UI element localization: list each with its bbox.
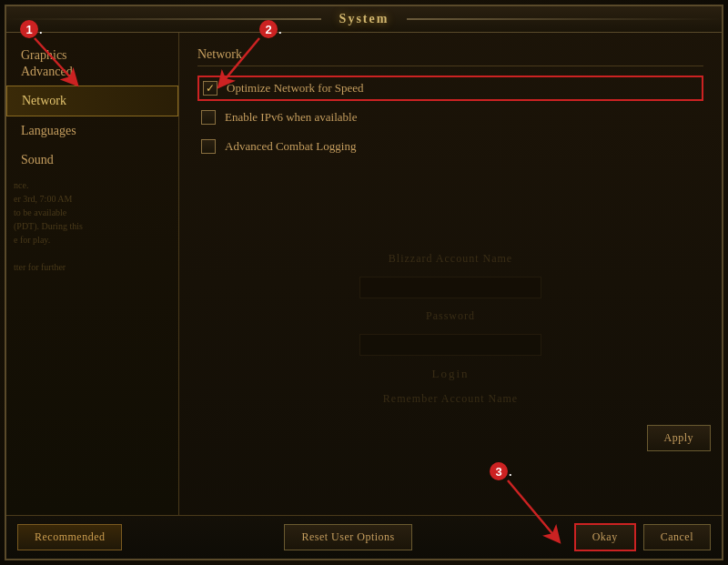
okay-button[interactable]: Okay xyxy=(574,523,636,551)
sidebar-item-network[interactable]: Network xyxy=(6,86,178,116)
dialog-title: System xyxy=(321,10,408,28)
sidebar-bg-text: nce.er 3rd, 7:00 AMto be available(PDT).… xyxy=(6,175,178,277)
checkbox-optimize-network[interactable] xyxy=(203,81,217,96)
option-label-optimize-network: Optimize Network for Speed xyxy=(227,81,364,96)
sidebar-item-languages-label: Languages xyxy=(21,124,76,137)
sidebar-item-languages[interactable]: Languages xyxy=(6,116,178,146)
system-dialog: System GraphicsAdvanced Network Language… xyxy=(5,5,723,560)
account-name-input[interactable] xyxy=(359,277,541,298)
option-row-enable-ipv6[interactable]: Enable IPv6 when available xyxy=(197,105,703,130)
option-label-enable-ipv6: Enable IPv6 when available xyxy=(225,110,357,125)
sidebar-item-graphics-advanced-label: GraphicsAdvanced xyxy=(21,48,73,78)
option-row-advanced-combat-logging[interactable]: Advanced Combat Logging xyxy=(197,134,703,159)
apply-button-container: Apply xyxy=(647,425,712,451)
dialog-content: GraphicsAdvanced Network Languages Sound… xyxy=(6,33,722,515)
login-button[interactable]: Login xyxy=(431,367,469,381)
sidebar: GraphicsAdvanced Network Languages Sound… xyxy=(6,33,179,515)
cancel-button[interactable]: Cancel xyxy=(643,524,711,550)
footer-right: Okay Cancel xyxy=(574,523,711,551)
main-panel: Network Optimize Network for Speed Enabl… xyxy=(179,33,722,515)
title-bar-left-decoration xyxy=(6,18,321,20)
password-label: Password xyxy=(426,309,475,323)
footer: Recommended Reset User Options Okay Canc… xyxy=(6,515,722,559)
section-title: Network xyxy=(197,47,703,66)
title-bar: System xyxy=(6,6,722,33)
recommended-button[interactable]: Recommended xyxy=(17,524,122,550)
sidebar-item-sound[interactable]: Sound xyxy=(6,146,178,175)
footer-center: Reset User Options xyxy=(122,524,573,550)
password-input[interactable] xyxy=(359,334,541,356)
footer-left: Recommended xyxy=(17,524,122,550)
option-label-advanced-combat-logging: Advanced Combat Logging xyxy=(225,139,356,154)
sidebar-item-sound-label: Sound xyxy=(21,153,54,166)
background-login-form: Blizzard Account Name Password Login Rem… xyxy=(179,197,722,460)
account-name-label: Blizzard Account Name xyxy=(389,252,512,266)
sidebar-item-network-label: Network xyxy=(22,94,66,107)
reset-user-options-button[interactable]: Reset User Options xyxy=(284,524,411,550)
remember-account-label: Remember Account Name xyxy=(383,392,518,406)
checkbox-advanced-combat-logging[interactable] xyxy=(201,139,216,154)
checkbox-enable-ipv6[interactable] xyxy=(201,110,216,125)
apply-button[interactable]: Apply xyxy=(647,425,712,451)
sidebar-item-graphics-advanced[interactable]: GraphicsAdvanced xyxy=(6,40,178,86)
title-bar-right-decoration xyxy=(407,18,722,20)
option-row-optimize-network[interactable]: Optimize Network for Speed xyxy=(197,76,703,101)
